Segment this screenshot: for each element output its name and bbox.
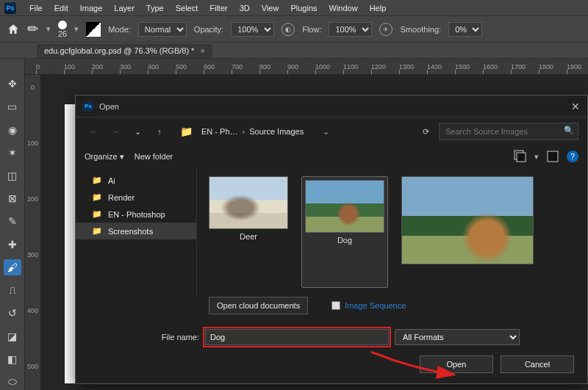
- move-tool-icon[interactable]: ✥: [4, 76, 21, 92]
- file-name-input[interactable]: [205, 329, 389, 345]
- horizontal-ruler: 0 100 200 300 400 500 600 700 800 900 10…: [25, 59, 588, 75]
- airbrush-icon[interactable]: ✈: [379, 23, 392, 36]
- dialog-nav-row: ← → ⌄ ↑ 📁 EN - Ph… › Source Images ⌄ ⟳ 🔍: [76, 118, 587, 145]
- breadcrumb-seg-2[interactable]: Source Images: [249, 127, 304, 136]
- options-bar: ✎ ▾ 26 ▾ Mode: Normal Opacity: 100% ◐ Fl…: [0, 16, 588, 43]
- menu-type[interactable]: Type: [140, 1, 170, 15]
- folder-icon: 📁: [92, 209, 102, 219]
- new-folder-button[interactable]: New folder: [135, 152, 173, 162]
- refresh-icon[interactable]: ⟳: [417, 123, 434, 140]
- help-icon[interactable]: ?: [567, 151, 578, 162]
- photoshop-logo-icon: Ps: [4, 2, 16, 14]
- pressure-opacity-icon[interactable]: ◐: [282, 23, 295, 36]
- brush-size-value: 26: [58, 29, 67, 38]
- stamp-tool-icon[interactable]: ⎍: [4, 282, 21, 298]
- marquee-tool-icon[interactable]: ▭: [4, 98, 21, 115]
- brush-size-preview[interactable]: 26: [58, 21, 67, 38]
- chevron-down-icon[interactable]: ⌄: [129, 123, 146, 140]
- breadcrumb[interactable]: EN - Ph… › Source Images ⌄: [201, 127, 329, 137]
- folder-item-ai[interactable]: 📁 Ai: [76, 172, 196, 189]
- dialog-title: Open: [99, 102, 119, 111]
- folder-icon: 📁: [92, 192, 102, 202]
- folder-icon: 📁: [180, 126, 193, 137]
- thumbnail-deer[interactable]: Deer: [209, 176, 288, 288]
- folder-item-render[interactable]: 📁 Render: [76, 189, 196, 206]
- cancel-button[interactable]: Cancel: [501, 355, 574, 373]
- photoshop-mini-icon: Ps: [83, 101, 93, 112]
- open-cloud-button[interactable]: Open cloud documents: [209, 297, 308, 314]
- menu-help[interactable]: Help: [364, 1, 392, 15]
- menu-window[interactable]: Window: [323, 1, 364, 15]
- flow-select[interactable]: 100%: [329, 22, 372, 37]
- opacity-label: Opacity:: [194, 25, 223, 34]
- folder-item-screenshots[interactable]: 📁 Screenshots: [76, 223, 196, 239]
- chevron-down-icon[interactable]: ▾: [534, 152, 539, 162]
- vertical-ruler: 0 100 200 300 400 500: [25, 75, 41, 390]
- brush-tool-icon-selected[interactable]: 🖌: [4, 259, 21, 275]
- close-icon[interactable]: ×: [200, 46, 204, 55]
- svg-rect-1: [517, 153, 526, 162]
- view-preview-icon[interactable]: [546, 150, 559, 163]
- eyedropper-tool-icon[interactable]: ✎: [4, 213, 21, 229]
- close-icon[interactable]: ✕: [571, 101, 580, 112]
- thumbnail-dog[interactable]: Dog: [301, 176, 388, 288]
- dialog-titlebar: Ps Open ✕: [76, 95, 587, 118]
- blur-tool-icon[interactable]: ⬭: [4, 374, 21, 390]
- menubar: Ps File Edit Image Layer Type Select Fil…: [0, 0, 588, 16]
- menu-layer[interactable]: Layer: [108, 1, 140, 15]
- lasso-tool-icon[interactable]: ◉: [4, 121, 21, 137]
- file-format-select[interactable]: All Formats: [395, 329, 520, 345]
- smoothing-label: Smoothing:: [400, 25, 441, 34]
- breadcrumb-seg-1[interactable]: EN - Ph…: [201, 127, 238, 136]
- menu-edit[interactable]: Edit: [49, 1, 74, 15]
- healing-tool-icon[interactable]: ✚: [4, 236, 21, 253]
- checkbox-icon[interactable]: [331, 301, 340, 310]
- folder-tree: 📁 Ai 📁 Render 📁 EN - Photoshop 📁 Screens…: [76, 167, 197, 297]
- thumbnail-image: [305, 180, 384, 233]
- menu-file[interactable]: File: [24, 1, 49, 15]
- menu-plugins[interactable]: Plugins: [284, 1, 323, 15]
- nav-back-icon[interactable]: ←: [85, 123, 102, 140]
- mode-select[interactable]: Normal: [138, 22, 187, 37]
- document-tab[interactable]: edu.gcfglobal.org.psd @ 76.3% (RGB/8) * …: [37, 43, 212, 58]
- flow-label: Flow:: [302, 25, 321, 34]
- file-format-field[interactable]: All Formats: [395, 329, 520, 345]
- search-icon[interactable]: 🔍: [564, 126, 574, 135]
- folder-icon: 📁: [92, 176, 102, 185]
- menu-image[interactable]: Image: [74, 1, 109, 15]
- nav-up-icon[interactable]: ↑: [151, 123, 168, 140]
- open-button[interactable]: Open: [420, 355, 493, 373]
- chevron-down-icon[interactable]: ⌄: [323, 127, 329, 137]
- nav-forward-icon[interactable]: →: [107, 123, 124, 140]
- opacity-select[interactable]: 100%: [231, 22, 274, 37]
- organize-button[interactable]: Organize ▾: [85, 152, 124, 162]
- menu-view[interactable]: View: [256, 1, 285, 15]
- gradient-tool-icon[interactable]: ◧: [4, 351, 21, 367]
- dialog-toolbar: Organize ▾ New folder ▾ ?: [76, 145, 587, 167]
- brush-swatch-icon[interactable]: [86, 22, 101, 37]
- folder-icon: 📁: [92, 226, 102, 236]
- smoothing-select[interactable]: 0%: [448, 22, 482, 37]
- eraser-tool-icon[interactable]: ◪: [4, 328, 21, 344]
- preview-image: [401, 176, 534, 264]
- home-icon[interactable]: [6, 22, 21, 37]
- magic-wand-tool-icon[interactable]: ✶: [4, 145, 21, 161]
- preview-large: [401, 176, 534, 288]
- menu-3d[interactable]: 3D: [234, 1, 256, 15]
- folder-item-en-photoshop[interactable]: 📁 EN - Photoshop: [76, 206, 196, 223]
- file-name-field[interactable]: [205, 329, 389, 345]
- view-thumbnails-icon[interactable]: [514, 150, 527, 163]
- chevron-right-icon: ›: [243, 127, 245, 136]
- menu-filter[interactable]: Filter: [204, 1, 233, 15]
- history-brush-tool-icon[interactable]: ↺: [4, 305, 21, 321]
- image-sequence-checkbox[interactable]: Image Sequence: [331, 301, 406, 310]
- thumbnail-label: Dog: [337, 236, 352, 245]
- svg-rect-2: [548, 151, 558, 162]
- menu-select[interactable]: Select: [170, 1, 204, 15]
- search-field[interactable]: 🔍: [439, 123, 578, 140]
- thumbnail-pane: Deer Dog: [197, 167, 587, 297]
- crop-tool-icon[interactable]: ◫: [4, 167, 21, 184]
- brush-tool-icon[interactable]: ✎: [24, 19, 43, 38]
- search-input[interactable]: [439, 123, 578, 140]
- frame-tool-icon[interactable]: ⊠: [4, 190, 21, 206]
